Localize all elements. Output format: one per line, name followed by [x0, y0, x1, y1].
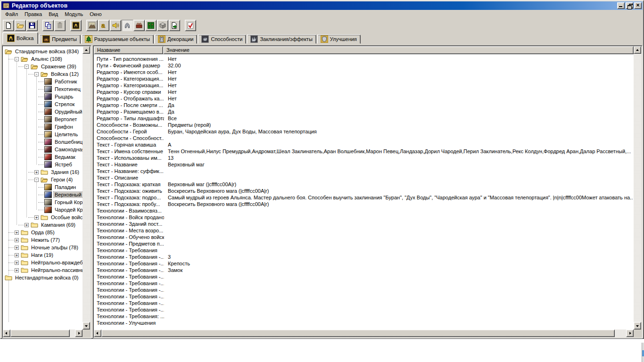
- property-row[interactable]: Технологии - Требования: [94, 247, 634, 254]
- tree-item[interactable]: Стандартные войска (834): [3, 48, 80, 55]
- property-row[interactable]: Технологии - Требования -...: [94, 306, 634, 313]
- property-row[interactable]: Редактор - Отображать ка...Нет: [94, 95, 634, 102]
- tab-декорации[interactable]: Декорации: [154, 34, 197, 44]
- scroll-up-button[interactable]: [634, 46, 641, 54]
- menu-item-вид[interactable]: Вид: [45, 10, 61, 18]
- property-row[interactable]: Текст - Подсказка: пробу...Воскресить Ве…: [94, 201, 634, 207]
- tree-item[interactable]: -Сражение (39): [3, 63, 77, 70]
- property-row[interactable]: Технологии - Предметов п...: [94, 240, 634, 247]
- property-row[interactable]: Редактор - После смерти ...Да: [94, 102, 634, 108]
- minimize-button[interactable]: [617, 2, 625, 9]
- expand-toggle-plus[interactable]: +: [34, 215, 39, 220]
- property-row[interactable]: Текст - Подсказка: краткаяВерховный маг …: [94, 181, 634, 188]
- property-row[interactable]: Редактор - Курсор справкиНет: [94, 89, 634, 95]
- scroll-up-button[interactable]: [83, 46, 90, 54]
- toolbar-button-campaign-editor[interactable]: [133, 20, 145, 31]
- property-row[interactable]: Текст - Использованы им...13: [94, 155, 634, 161]
- property-row[interactable]: Технологии - Зданий пост...: [94, 221, 634, 227]
- property-row[interactable]: Текст - Имена собственныеТенн Огненный,Н…: [94, 148, 634, 155]
- tab-войска[interactable]: Войска: [2, 32, 38, 44]
- property-row[interactable]: Пути - Тип расположения ...Нет: [94, 56, 634, 62]
- toolbar-button-check[interactable]: [185, 20, 196, 31]
- tree-item[interactable]: Паладин: [3, 183, 77, 191]
- tree-item[interactable]: Нестандартные войска (0): [3, 274, 79, 281]
- toolbar-button-save[interactable]: [26, 20, 38, 31]
- property-row[interactable]: Технологии - Улучшения: [94, 320, 634, 326]
- menu-item-правка[interactable]: Правка: [21, 10, 45, 18]
- scroll-right-button[interactable]: [626, 329, 634, 337]
- property-row[interactable]: Технологии - Требования: ...: [94, 313, 634, 320]
- property-row[interactable]: Технологии - Взаимосвяз...: [94, 207, 634, 214]
- scroll-left-button[interactable]: [3, 329, 10, 337]
- tree-item[interactable]: +Кампания (69): [3, 221, 76, 229]
- tree-item[interactable]: Работник: [3, 78, 78, 85]
- scroll-left-button[interactable]: [94, 329, 101, 337]
- property-row[interactable]: Технологии - Требования -...: [94, 280, 634, 287]
- property-row[interactable]: Технологии - Требования -...Крепость: [94, 260, 634, 267]
- tree-item[interactable]: -Войска (12): [3, 70, 80, 78]
- expand-toggle-plus[interactable]: +: [15, 261, 19, 265]
- expand-toggle-minus[interactable]: -: [25, 65, 29, 69]
- toolbar-button-open-folder[interactable]: [15, 20, 26, 31]
- property-row[interactable]: Технологии - Обучено войск: [94, 234, 634, 240]
- tree-item[interactable]: +Орда (85): [3, 229, 56, 236]
- tree-item[interactable]: +Наги (19): [3, 251, 54, 259]
- menu-item-окно[interactable]: Окно: [86, 10, 105, 18]
- close-button[interactable]: [634, 2, 642, 9]
- tab-заклинания-эффекты[interactable]: Заклинания/эффекты: [247, 34, 316, 44]
- tab-предметы[interactable]: Предметы: [39, 34, 81, 44]
- tree-item[interactable]: +Нейтрально-враждебные (2: [3, 259, 83, 266]
- tab-способности[interactable]: Способности: [198, 34, 246, 44]
- tree-item[interactable]: Ястреб: [3, 161, 73, 168]
- property-row[interactable]: Технологии - Требования -...: [94, 273, 634, 280]
- tree-item[interactable]: Волшебница: [3, 138, 83, 146]
- column-header-name[interactable]: Название: [94, 46, 163, 54]
- property-row[interactable]: Текст - Название: суффик...: [94, 168, 634, 174]
- toolbar-button-sound-editor[interactable]: [110, 20, 121, 31]
- toolbar-button-new-document[interactable]: [3, 20, 14, 31]
- property-row[interactable]: Текст - Подсказка: подро...Самый мудрый …: [94, 194, 634, 201]
- property-row[interactable]: Текст - Подсказка: оживитьВоскресить Вер…: [94, 188, 634, 194]
- toolbar-button-text-a[interactable]: [98, 20, 109, 31]
- menu-item-модуль[interactable]: Модуль: [61, 10, 86, 18]
- property-row[interactable]: Способности - ГеройБуран, Чародейская ау…: [94, 128, 634, 135]
- expand-toggle-plus[interactable]: +: [15, 253, 19, 257]
- scroll-thumb[interactable]: [10, 329, 70, 337]
- tree-item[interactable]: Ведьмак: [3, 153, 76, 161]
- outer-scrollbar[interactable]: [642, 343, 644, 362]
- toolbar-button-object-editor[interactable]: [122, 20, 133, 31]
- table-vertical-scrollbar[interactable]: [634, 46, 642, 329]
- scroll-thumb[interactable]: [101, 329, 615, 337]
- property-row[interactable]: Способности - Возможны...Предметы (герой…: [94, 122, 634, 128]
- expand-toggle-plus[interactable]: +: [15, 246, 19, 250]
- scroll-down-button[interactable]: [634, 322, 641, 329]
- toolbar-button-copy[interactable]: [42, 20, 54, 31]
- tree-vertical-scrollbar[interactable]: [83, 46, 91, 329]
- property-row[interactable]: Текст - Горячая клавишаА: [94, 141, 634, 148]
- tree-horizontal-scrollbar[interactable]: [3, 329, 83, 337]
- expand-toggle-plus[interactable]: +: [34, 170, 39, 174]
- tree-item[interactable]: Вертолет: [3, 115, 78, 123]
- tree-item[interactable]: Грифон: [3, 123, 74, 131]
- tree-item[interactable]: +Нейтрально-пассивные (17: [3, 266, 83, 274]
- toolbar-button-export[interactable]: [169, 20, 180, 31]
- property-row[interactable]: Текст - НазваниеВерховный маг: [94, 161, 634, 168]
- toolbar-button-units-palette[interactable]: [70, 20, 82, 31]
- tree-item[interactable]: Рыцарь: [3, 93, 74, 100]
- property-row[interactable]: Редактор - Категоризация...Нет: [94, 75, 634, 82]
- tree-item[interactable]: Горный Король: [3, 198, 83, 206]
- toolbar-button-import-manager[interactable]: [145, 20, 157, 31]
- tab-улучшения[interactable]: Улучшения: [317, 34, 361, 44]
- expand-toggle-plus[interactable]: +: [25, 223, 29, 227]
- scroll-right-button[interactable]: [75, 329, 83, 337]
- tree-item[interactable]: +Здания (16): [3, 168, 80, 176]
- table-horizontal-scrollbar[interactable]: [94, 329, 634, 337]
- expand-toggle-plus[interactable]: +: [15, 268, 19, 272]
- expand-toggle-plus[interactable]: +: [15, 230, 19, 235]
- tree-item[interactable]: Целитель: [3, 131, 79, 138]
- toolbar-button-terrain-editor[interactable]: [86, 20, 98, 31]
- tree-item[interactable]: Орудийный расч: [3, 108, 83, 115]
- outer-scrollbar-thumb[interactable]: [642, 350, 644, 356]
- property-row[interactable]: Технологии - Требования -...Замок: [94, 267, 634, 273]
- tree-item[interactable]: Стрелок: [3, 100, 75, 108]
